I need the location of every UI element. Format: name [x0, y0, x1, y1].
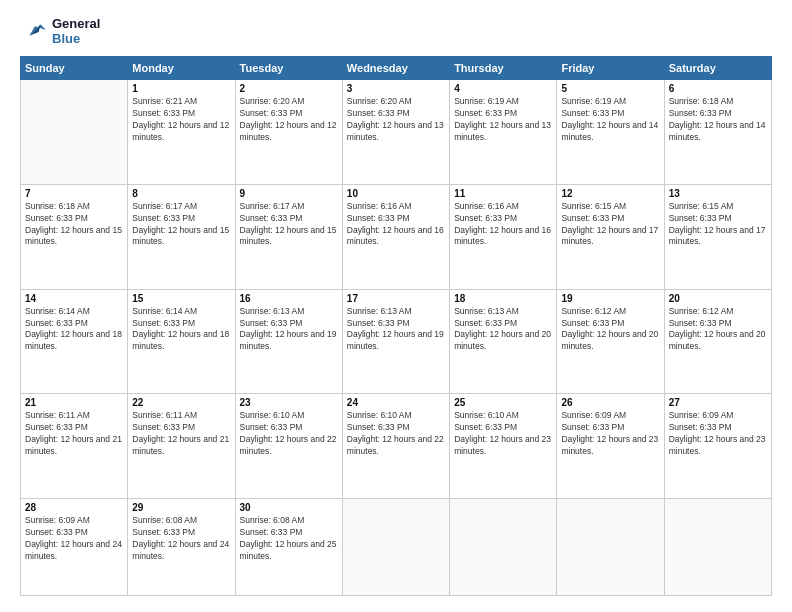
day-info: Sunrise: 6:20 AMSunset: 6:33 PMDaylight:… [240, 96, 338, 144]
day-number: 22 [132, 397, 230, 408]
day-number: 16 [240, 293, 338, 304]
calendar-cell: 21Sunrise: 6:11 AMSunset: 6:33 PMDayligh… [21, 394, 128, 499]
calendar-cell [664, 499, 771, 596]
header: General Blue [20, 16, 772, 46]
day-number: 29 [132, 502, 230, 513]
day-number: 14 [25, 293, 123, 304]
day-number: 9 [240, 188, 338, 199]
day-info: Sunrise: 6:20 AMSunset: 6:33 PMDaylight:… [347, 96, 445, 144]
calendar-cell: 10Sunrise: 6:16 AMSunset: 6:33 PMDayligh… [342, 184, 449, 289]
logo: General Blue [20, 16, 100, 46]
calendar-cell: 8Sunrise: 6:17 AMSunset: 6:33 PMDaylight… [128, 184, 235, 289]
calendar-cell: 24Sunrise: 6:10 AMSunset: 6:33 PMDayligh… [342, 394, 449, 499]
day-number: 24 [347, 397, 445, 408]
day-info: Sunrise: 6:14 AMSunset: 6:33 PMDaylight:… [132, 306, 230, 354]
calendar-header-row: SundayMondayTuesdayWednesdayThursdayFrid… [21, 57, 772, 80]
calendar-week-1: 1Sunrise: 6:21 AMSunset: 6:33 PMDaylight… [21, 80, 772, 185]
calendar-cell: 4Sunrise: 6:19 AMSunset: 6:33 PMDaylight… [450, 80, 557, 185]
day-info: Sunrise: 6:08 AMSunset: 6:33 PMDaylight:… [240, 515, 338, 563]
day-info: Sunrise: 6:18 AMSunset: 6:33 PMDaylight:… [25, 201, 123, 249]
day-number: 13 [669, 188, 767, 199]
day-number: 17 [347, 293, 445, 304]
calendar-header-thursday: Thursday [450, 57, 557, 80]
day-info: Sunrise: 6:14 AMSunset: 6:33 PMDaylight:… [25, 306, 123, 354]
calendar-cell: 12Sunrise: 6:15 AMSunset: 6:33 PMDayligh… [557, 184, 664, 289]
day-number: 12 [561, 188, 659, 199]
calendar-cell: 6Sunrise: 6:18 AMSunset: 6:33 PMDaylight… [664, 80, 771, 185]
day-info: Sunrise: 6:09 AMSunset: 6:33 PMDaylight:… [561, 410, 659, 458]
day-number: 5 [561, 83, 659, 94]
day-info: Sunrise: 6:12 AMSunset: 6:33 PMDaylight:… [561, 306, 659, 354]
page: General Blue SundayMondayTuesdayWednesda… [0, 0, 792, 612]
day-info: Sunrise: 6:15 AMSunset: 6:33 PMDaylight:… [561, 201, 659, 249]
day-info: Sunrise: 6:11 AMSunset: 6:33 PMDaylight:… [25, 410, 123, 458]
calendar-cell: 26Sunrise: 6:09 AMSunset: 6:33 PMDayligh… [557, 394, 664, 499]
day-info: Sunrise: 6:09 AMSunset: 6:33 PMDaylight:… [25, 515, 123, 563]
calendar-cell: 25Sunrise: 6:10 AMSunset: 6:33 PMDayligh… [450, 394, 557, 499]
calendar-cell: 17Sunrise: 6:13 AMSunset: 6:33 PMDayligh… [342, 289, 449, 394]
day-info: Sunrise: 6:13 AMSunset: 6:33 PMDaylight:… [240, 306, 338, 354]
day-info: Sunrise: 6:13 AMSunset: 6:33 PMDaylight:… [454, 306, 552, 354]
calendar-cell: 9Sunrise: 6:17 AMSunset: 6:33 PMDaylight… [235, 184, 342, 289]
day-number: 18 [454, 293, 552, 304]
day-info: Sunrise: 6:13 AMSunset: 6:33 PMDaylight:… [347, 306, 445, 354]
calendar-header-sunday: Sunday [21, 57, 128, 80]
day-info: Sunrise: 6:16 AMSunset: 6:33 PMDaylight:… [347, 201, 445, 249]
calendar-cell: 20Sunrise: 6:12 AMSunset: 6:33 PMDayligh… [664, 289, 771, 394]
calendar-cell: 18Sunrise: 6:13 AMSunset: 6:33 PMDayligh… [450, 289, 557, 394]
day-info: Sunrise: 6:17 AMSunset: 6:33 PMDaylight:… [240, 201, 338, 249]
calendar-cell: 29Sunrise: 6:08 AMSunset: 6:33 PMDayligh… [128, 499, 235, 596]
logo-icon [20, 17, 48, 45]
calendar-header-saturday: Saturday [664, 57, 771, 80]
day-number: 25 [454, 397, 552, 408]
calendar-cell: 2Sunrise: 6:20 AMSunset: 6:33 PMDaylight… [235, 80, 342, 185]
day-info: Sunrise: 6:17 AMSunset: 6:33 PMDaylight:… [132, 201, 230, 249]
calendar-week-4: 21Sunrise: 6:11 AMSunset: 6:33 PMDayligh… [21, 394, 772, 499]
calendar-cell: 1Sunrise: 6:21 AMSunset: 6:33 PMDaylight… [128, 80, 235, 185]
day-number: 10 [347, 188, 445, 199]
logo-text: General Blue [52, 16, 100, 46]
calendar-cell [21, 80, 128, 185]
day-info: Sunrise: 6:08 AMSunset: 6:33 PMDaylight:… [132, 515, 230, 563]
calendar-cell: 30Sunrise: 6:08 AMSunset: 6:33 PMDayligh… [235, 499, 342, 596]
day-info: Sunrise: 6:18 AMSunset: 6:33 PMDaylight:… [669, 96, 767, 144]
calendar-header-wednesday: Wednesday [342, 57, 449, 80]
calendar-week-3: 14Sunrise: 6:14 AMSunset: 6:33 PMDayligh… [21, 289, 772, 394]
day-info: Sunrise: 6:11 AMSunset: 6:33 PMDaylight:… [132, 410, 230, 458]
calendar-header-tuesday: Tuesday [235, 57, 342, 80]
calendar-cell: 28Sunrise: 6:09 AMSunset: 6:33 PMDayligh… [21, 499, 128, 596]
calendar-cell: 13Sunrise: 6:15 AMSunset: 6:33 PMDayligh… [664, 184, 771, 289]
day-info: Sunrise: 6:16 AMSunset: 6:33 PMDaylight:… [454, 201, 552, 249]
calendar-cell: 15Sunrise: 6:14 AMSunset: 6:33 PMDayligh… [128, 289, 235, 394]
day-info: Sunrise: 6:19 AMSunset: 6:33 PMDaylight:… [561, 96, 659, 144]
day-info: Sunrise: 6:19 AMSunset: 6:33 PMDaylight:… [454, 96, 552, 144]
calendar-cell: 5Sunrise: 6:19 AMSunset: 6:33 PMDaylight… [557, 80, 664, 185]
calendar-cell: 23Sunrise: 6:10 AMSunset: 6:33 PMDayligh… [235, 394, 342, 499]
calendar-table: SundayMondayTuesdayWednesdayThursdayFrid… [20, 56, 772, 596]
day-info: Sunrise: 6:10 AMSunset: 6:33 PMDaylight:… [454, 410, 552, 458]
day-info: Sunrise: 6:12 AMSunset: 6:33 PMDaylight:… [669, 306, 767, 354]
day-number: 6 [669, 83, 767, 94]
calendar-cell: 16Sunrise: 6:13 AMSunset: 6:33 PMDayligh… [235, 289, 342, 394]
calendar-week-5: 28Sunrise: 6:09 AMSunset: 6:33 PMDayligh… [21, 499, 772, 596]
day-number: 8 [132, 188, 230, 199]
calendar-cell: 27Sunrise: 6:09 AMSunset: 6:33 PMDayligh… [664, 394, 771, 499]
calendar-cell: 7Sunrise: 6:18 AMSunset: 6:33 PMDaylight… [21, 184, 128, 289]
day-number: 3 [347, 83, 445, 94]
calendar-cell: 3Sunrise: 6:20 AMSunset: 6:33 PMDaylight… [342, 80, 449, 185]
day-info: Sunrise: 6:10 AMSunset: 6:33 PMDaylight:… [347, 410, 445, 458]
day-number: 7 [25, 188, 123, 199]
calendar-cell: 19Sunrise: 6:12 AMSunset: 6:33 PMDayligh… [557, 289, 664, 394]
day-number: 26 [561, 397, 659, 408]
day-number: 27 [669, 397, 767, 408]
day-info: Sunrise: 6:15 AMSunset: 6:33 PMDaylight:… [669, 201, 767, 249]
calendar-header-friday: Friday [557, 57, 664, 80]
day-number: 28 [25, 502, 123, 513]
day-number: 19 [561, 293, 659, 304]
day-number: 23 [240, 397, 338, 408]
calendar-cell: 11Sunrise: 6:16 AMSunset: 6:33 PMDayligh… [450, 184, 557, 289]
calendar-cell [342, 499, 449, 596]
day-number: 2 [240, 83, 338, 94]
day-info: Sunrise: 6:21 AMSunset: 6:33 PMDaylight:… [132, 96, 230, 144]
calendar-cell [450, 499, 557, 596]
